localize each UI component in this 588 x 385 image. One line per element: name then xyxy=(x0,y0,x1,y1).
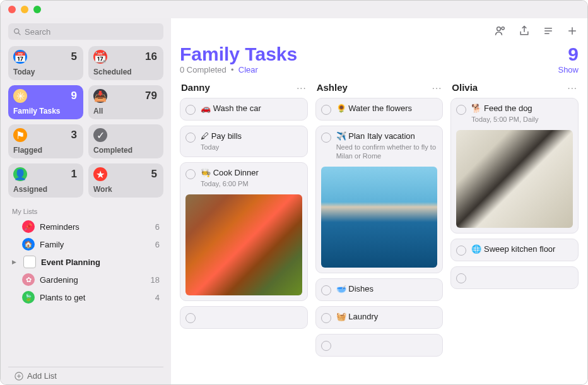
list-family[interactable]: 🏠 Family 6 xyxy=(8,235,163,253)
task-card-empty[interactable] xyxy=(450,266,579,289)
tile-flagged[interactable]: ⚑3 Flagged xyxy=(8,124,83,158)
leaf-icon: 🍃 xyxy=(22,291,35,304)
task-card-wash-car[interactable]: 🚗 Wash the car xyxy=(180,98,308,121)
tray-icon: 📥 xyxy=(93,89,107,103)
list-group-event-planning[interactable]: ▶ Event Planning xyxy=(8,253,163,271)
checkmark-icon: ✓ xyxy=(93,128,107,142)
tile-flagged-label: Flagged xyxy=(13,146,77,155)
tile-all[interactable]: 📥79 All xyxy=(88,85,163,119)
tile-flagged-count: 3 xyxy=(71,129,77,141)
tile-completed[interactable]: ✓ Completed xyxy=(88,124,163,158)
column-title: Danny xyxy=(181,82,210,93)
task-checkbox[interactable] xyxy=(321,313,331,323)
tile-scheduled-count: 16 xyxy=(145,50,157,63)
list-label: Event Planning xyxy=(41,258,155,267)
list-plants[interactable]: 🍃 Plants to get 4 xyxy=(8,288,163,306)
task-image xyxy=(321,167,438,268)
tile-family-label: Family Tasks xyxy=(13,107,77,116)
column-title: Olivia xyxy=(452,82,478,93)
task-checkbox[interactable] xyxy=(185,105,196,115)
column-more-button[interactable]: ··· xyxy=(568,82,578,93)
tile-family-count: 9 xyxy=(71,90,77,102)
folder-icon xyxy=(23,256,36,268)
tile-assigned-label: Assigned xyxy=(13,185,77,194)
tile-all-count: 79 xyxy=(145,90,157,102)
task-checkbox[interactable] xyxy=(321,133,331,143)
task-card-laundry[interactable]: 🧺 Laundry xyxy=(315,306,444,329)
my-lists-heading: My Lists xyxy=(12,208,160,215)
show-completed-button[interactable]: Show xyxy=(558,65,579,74)
task-title: 🚗 Wash the car xyxy=(201,104,302,114)
flower-icon: ✿ xyxy=(22,273,35,286)
page-title: Family Tasks xyxy=(180,44,297,65)
list-gardening[interactable]: ✿ Gardening 18 xyxy=(8,271,163,288)
task-subtitle: Need to confirm whether to fly to Milan … xyxy=(336,143,438,161)
search-input[interactable]: Search xyxy=(8,23,163,40)
add-reminder-icon[interactable] xyxy=(566,25,579,37)
task-card-feed-dog[interactable]: 🐕 Feed the dog Today, 5:00 PM, Daily xyxy=(450,98,579,234)
close-window-button[interactable] xyxy=(8,6,16,13)
svg-point-6 xyxy=(502,27,504,30)
list-label: Gardening xyxy=(40,275,146,285)
task-checkbox[interactable] xyxy=(456,105,466,115)
tile-all-label: All xyxy=(93,107,157,116)
column-danny: Danny ··· 🚗 Wash the car 🖊 Pay bills Tod… xyxy=(180,82,308,357)
person-icon: 👤 xyxy=(13,167,27,181)
task-title: 🌐 Sweep kitchen floor xyxy=(471,244,573,255)
tile-work-count: 5 xyxy=(151,168,157,181)
task-checkbox[interactable] xyxy=(456,273,466,283)
toolbar xyxy=(171,18,587,44)
tile-today-label: Today xyxy=(13,68,77,76)
tile-assigned[interactable]: 👤1 Assigned xyxy=(8,163,83,198)
tile-completed-label: Completed xyxy=(93,146,157,155)
add-list-button[interactable]: Add List xyxy=(8,367,163,384)
share-icon[interactable] xyxy=(518,25,531,37)
tile-scheduled-label: Scheduled xyxy=(93,68,157,76)
task-checkbox[interactable] xyxy=(456,246,466,256)
task-card-empty[interactable] xyxy=(315,334,444,357)
tile-family-tasks[interactable]: ✳9 Family Tasks xyxy=(8,85,83,119)
task-card-water-flowers[interactable]: 🌻 Water the flowers xyxy=(315,98,444,121)
task-checkbox[interactable] xyxy=(321,285,331,295)
my-lists: 📌 Reminders 6 🏠 Family 6 ▶ Event Plannin… xyxy=(8,218,163,367)
task-checkbox[interactable] xyxy=(185,133,196,143)
tile-assigned-count: 1 xyxy=(71,168,77,181)
task-checkbox[interactable] xyxy=(321,105,331,115)
task-card-cook-dinner[interactable]: 🧑‍🍳 Cook Dinner Today, 6:00 PM xyxy=(180,162,308,301)
search-icon xyxy=(13,28,21,36)
task-title: 🧑‍🍳 Cook Dinner xyxy=(201,168,302,179)
view-options-icon[interactable] xyxy=(542,25,555,37)
pin-icon: 📌 xyxy=(22,220,35,233)
task-image xyxy=(456,130,573,228)
column-more-button[interactable]: ··· xyxy=(297,82,307,93)
tile-today[interactable]: 📅5 Today xyxy=(8,46,83,80)
task-card-dishes[interactable]: 🥣 Dishes xyxy=(315,278,444,301)
star-icon: ★ xyxy=(93,167,107,181)
task-card-pay-bills[interactable]: 🖊 Pay bills Today xyxy=(180,126,308,157)
main-panel: Family Tasks 9 0 Completed • Clear Show … xyxy=(171,18,587,384)
task-title: ✈️ Plan Italy vacation xyxy=(336,131,438,142)
fullscreen-window-button[interactable] xyxy=(33,6,41,13)
search-placeholder: Search xyxy=(25,27,50,37)
collaborate-icon[interactable] xyxy=(494,25,507,37)
task-checkbox[interactable] xyxy=(321,341,331,351)
tile-scheduled[interactable]: 📆16 Scheduled xyxy=(88,46,163,80)
task-card-plan-italy[interactable]: ✈️ Plan Italy vacation Need to confirm w… xyxy=(315,126,444,273)
task-card-sweep[interactable]: 🌐 Sweep kitchen floor xyxy=(450,239,579,261)
tile-today-count: 5 xyxy=(71,50,77,63)
list-count: 4 xyxy=(155,293,160,302)
column-more-button[interactable]: ··· xyxy=(432,82,442,93)
list-reminders[interactable]: 📌 Reminders 6 xyxy=(8,218,163,235)
clear-completed-button[interactable]: Clear xyxy=(238,65,258,74)
task-card-empty[interactable] xyxy=(180,306,308,329)
list-count: 18 xyxy=(151,275,160,285)
task-checkbox[interactable] xyxy=(185,169,196,179)
minimize-window-button[interactable] xyxy=(21,6,28,13)
task-subtitle: Today, 5:00 PM, Daily xyxy=(471,115,573,124)
tile-work[interactable]: ★5 Work xyxy=(88,163,163,198)
task-checkbox[interactable] xyxy=(185,313,196,323)
sidebar: Search 📅5 Today 📆16 Scheduled ✳9 Family … xyxy=(1,18,171,384)
list-label: Family xyxy=(40,240,150,249)
columns-container: Danny ··· 🚗 Wash the car 🖊 Pay bills Tod… xyxy=(180,82,579,357)
task-title: 🥣 Dishes xyxy=(336,284,438,295)
